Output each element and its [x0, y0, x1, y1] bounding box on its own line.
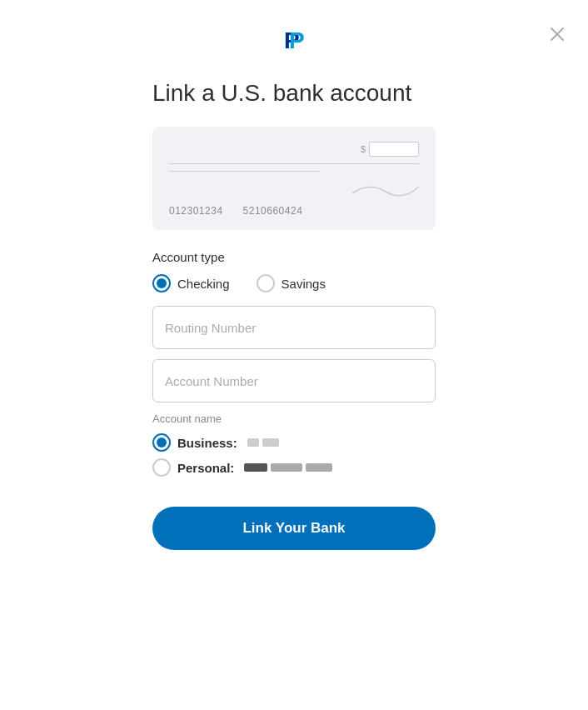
business-radio[interactable]	[152, 433, 171, 452]
paypal-logo: P P	[277, 23, 311, 57]
block-2	[262, 438, 279, 447]
block-3	[244, 463, 267, 472]
modal-header: P P	[0, 0, 588, 70]
checking-radio[interactable]	[152, 274, 171, 292]
checking-label: Checking	[177, 277, 230, 291]
personal-name-blocks	[244, 463, 332, 472]
close-button[interactable]	[546, 23, 568, 48]
savings-label: Savings	[282, 277, 326, 291]
account-name-section: Account name Business: Personal:	[152, 412, 436, 483]
business-label: Business:	[177, 436, 237, 450]
routing-display: 012301234	[169, 205, 223, 217]
routing-number-input[interactable]	[152, 306, 436, 349]
business-name-blocks	[247, 438, 279, 447]
savings-radio[interactable]	[257, 274, 275, 292]
account-type-section: Account type Checking Savings	[152, 250, 436, 292]
check-line-2	[169, 171, 319, 172]
account-name-label: Account name	[152, 412, 436, 425]
savings-option[interactable]: Savings	[257, 274, 326, 292]
account-display: 5210660424	[243, 205, 303, 217]
checking-option[interactable]: Checking	[152, 274, 230, 292]
personal-label: Personal:	[177, 461, 234, 475]
personal-name-row: Personal:	[152, 458, 436, 477]
block-4	[271, 463, 302, 472]
modal-container: P P Link a U.S. bank account $	[0, 0, 588, 710]
block-5	[306, 463, 332, 472]
account-number-input[interactable]	[152, 359, 436, 402]
check-signature-area	[169, 178, 419, 198]
svg-text:P: P	[289, 28, 305, 53]
check-line-1	[169, 163, 419, 164]
link-bank-button[interactable]: Link Your Bank	[152, 507, 436, 550]
check-illustration: $ 012301234 5210660424	[152, 127, 436, 230]
page-title: Link a U.S. bank account	[152, 80, 436, 107]
dollar-sign: $	[361, 144, 366, 154]
business-name-row: Business:	[152, 433, 436, 452]
check-numbers-row: 012301234 5210660424	[169, 205, 419, 217]
personal-radio[interactable]	[152, 458, 171, 477]
account-type-radio-group: Checking Savings	[152, 274, 436, 292]
block-1	[247, 438, 259, 447]
account-type-label: Account type	[152, 250, 436, 264]
check-amount-box	[369, 142, 419, 157]
